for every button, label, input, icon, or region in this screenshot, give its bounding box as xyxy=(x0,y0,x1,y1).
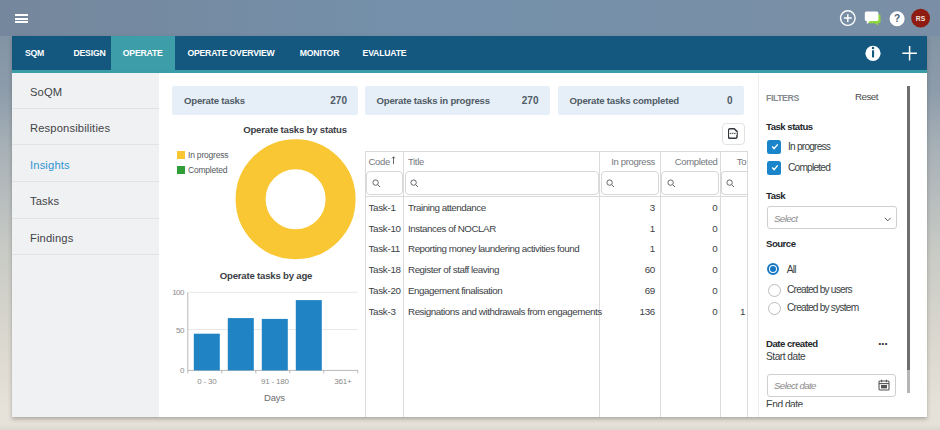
svg-text:Days: Days xyxy=(264,392,285,403)
svg-text:RS: RS xyxy=(916,15,926,22)
svg-text:?: ? xyxy=(894,13,900,24)
svg-text:91 - 180: 91 - 180 xyxy=(261,377,290,386)
svg-text:50: 50 xyxy=(176,326,185,335)
svg-text:100: 100 xyxy=(172,288,185,297)
svg-text:0 - 30: 0 - 30 xyxy=(197,377,217,386)
svg-text:361+: 361+ xyxy=(334,377,352,386)
svg-text:0: 0 xyxy=(180,366,185,375)
